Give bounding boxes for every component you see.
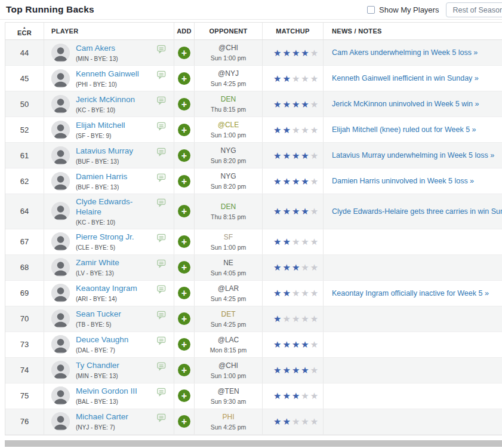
star-icon: ★ [301, 314, 310, 324]
player-name-link[interactable]: Clyde Edwards-Helaire [76, 197, 157, 217]
player-info: Ty Chandler (MIN - BYE: 13) [76, 361, 174, 379]
opponent-game-time: Mon 8:15 pm [210, 346, 247, 354]
player-avatar [51, 121, 70, 139]
player-notes-icon[interactable] [157, 69, 166, 79]
player-name-link[interactable]: Latavius Murray [76, 146, 133, 157]
news-link[interactable]: Jerick McKinnon uninvolved in Week 5 win… [332, 100, 479, 108]
add-player-button[interactable]: + [178, 312, 190, 325]
player-info: Clyde Edwards-Helaire (KC - BYE: 10) [76, 197, 174, 226]
column-header-news-notes[interactable]: NEWS / NOTES [324, 23, 502, 39]
add-player-button[interactable]: + [178, 389, 190, 402]
player-name-link[interactable]: Damien Harris [76, 172, 127, 182]
add-player-button[interactable]: + [178, 205, 190, 217]
column-header-add[interactable]: ADD [174, 23, 195, 39]
player-notes-icon[interactable] [157, 232, 166, 243]
player-notes-icon[interactable] [157, 121, 166, 131]
column-header-label: ADD [177, 27, 192, 35]
news-link[interactable]: Damien Harris uninvolved in Week 5 loss … [332, 177, 474, 185]
matchup-cell: ★★★★★ [263, 168, 324, 194]
player-notes-icon[interactable] [157, 309, 166, 320]
column-header-matchup[interactable]: MATCHUP [263, 23, 324, 39]
add-player-button[interactable]: + [178, 261, 190, 274]
opponent-cell: @CHI Sun 1:00 pm [195, 40, 263, 65]
column-header-label: NEWS / NOTES [332, 27, 382, 35]
table-row: 67 Pierre Strong Jr. [5, 229, 502, 255]
add-cell: + [174, 143, 195, 168]
add-player-button[interactable]: + [178, 338, 190, 351]
player-notes-icon[interactable] [157, 361, 166, 371]
add-cell: + [174, 255, 195, 280]
player-name-link[interactable]: Cam Akers [76, 44, 115, 54]
news-link[interactable]: Cam Akers underwhelming in Week 5 loss » [332, 48, 478, 57]
player-name-link[interactable]: Deuce Vaughn [76, 335, 128, 345]
player-name-link[interactable]: Jerick McKinnon [76, 95, 135, 105]
player-notes-icon[interactable] [157, 146, 166, 157]
add-player-button[interactable]: + [178, 98, 190, 111]
show-my-players-checkbox[interactable] [367, 6, 375, 14]
ecr-cell: 64 [5, 194, 44, 229]
star-icon: ★ [282, 288, 291, 298]
player-notes-icon[interactable] [157, 95, 166, 105]
player-notes-icon[interactable] [157, 172, 166, 182]
player-notes-icon[interactable] [157, 258, 166, 268]
news-link[interactable]: Keaontay Ingram officially inactive for … [332, 289, 489, 297]
player-notes-icon[interactable] [157, 335, 166, 345]
player-name-link[interactable]: Elijah Mitchell [76, 121, 125, 131]
news-cell: Damien Harris uninvolved in Week 5 loss … [324, 168, 502, 194]
news-cell [324, 332, 502, 357]
add-cell: + [174, 281, 195, 306]
ecr-value: 76 [20, 417, 29, 426]
player-notes-icon[interactable] [157, 197, 166, 207]
season-filter-select[interactable]: Rest of Season [446, 2, 502, 17]
player-avatar [51, 172, 70, 191]
player-notes-icon[interactable] [157, 284, 166, 294]
column-header-ecr[interactable]: ▴ ECR [5, 23, 44, 39]
table-row: 70 Sean Tucker [5, 306, 502, 332]
matchup-star-rating: ★★★★★ [273, 263, 319, 272]
player-name-link[interactable]: Zamir White [76, 258, 119, 268]
player-avatar [51, 95, 70, 113]
star-icon: ★ [273, 391, 282, 401]
star-icon: ★ [282, 314, 291, 324]
matchup-cell: ★★★★★ [263, 194, 324, 229]
player-name-link[interactable]: Keaontay Ingram [76, 284, 137, 294]
add-player-button[interactable]: + [178, 175, 190, 188]
add-player-button[interactable]: + [178, 47, 190, 59]
player-notes-icon[interactable] [157, 386, 166, 397]
player-avatar [51, 202, 70, 220]
star-icon: ★ [292, 48, 301, 58]
show-my-players-label[interactable]: Show My Players [379, 5, 439, 14]
horizontal-scrollbar-thumb[interactable] [5, 440, 502, 447]
opponent-cell: PHI Sun 4:25 pm [195, 409, 263, 434]
add-player-button[interactable]: + [178, 235, 190, 248]
player-name-link[interactable]: Michael Carter [76, 412, 128, 422]
add-player-button[interactable]: + [178, 72, 190, 85]
add-player-button[interactable]: + [178, 124, 190, 136]
player-notes-icon[interactable] [157, 44, 166, 54]
ecr-value: 67 [20, 237, 29, 246]
add-player-button[interactable]: + [178, 415, 190, 428]
ecr-cell: 45 [5, 66, 44, 91]
column-header-opponent[interactable]: OPPONENT [195, 23, 263, 39]
news-link[interactable]: Elijah Mitchell (knee) ruled out for Wee… [332, 125, 476, 134]
add-player-button[interactable]: + [178, 287, 190, 299]
player-name-link[interactable]: Ty Chandler [76, 361, 119, 371]
opponent-cell: SF Sun 1:00 pm [195, 229, 263, 254]
player-name-link[interactable]: Melvin Gordon III [76, 386, 137, 397]
player-name-link[interactable]: Kenneth Gainwell [76, 69, 139, 79]
player-team-bye: (PHI - BYE: 10) [76, 81, 174, 88]
news-link[interactable]: Clyde Edwards-Helaire gets three carries… [332, 207, 502, 216]
news-link[interactable]: Latavius Murray underwhelming in Week 5 … [332, 151, 494, 159]
opponent-game-time: Sun 4:25 pm [211, 321, 247, 328]
add-player-button[interactable]: + [178, 149, 190, 162]
opponent-game-time: Sun 1:00 pm [211, 244, 247, 251]
player-notes-icon[interactable] [157, 412, 166, 422]
star-icon: ★ [301, 73, 310, 84]
news-link[interactable]: Kenneth Gainwell inefficient in win Sund… [332, 74, 479, 82]
horizontal-scrollbar[interactable] [5, 440, 502, 447]
column-header-player[interactable]: PLAYER [44, 23, 174, 39]
player-name-link[interactable]: Pierre Strong Jr. [76, 232, 134, 243]
add-player-button[interactable]: + [178, 364, 190, 376]
player-info: Sean Tucker (TB - BYE: 5) [76, 309, 174, 328]
player-name-link[interactable]: Sean Tucker [76, 309, 121, 320]
